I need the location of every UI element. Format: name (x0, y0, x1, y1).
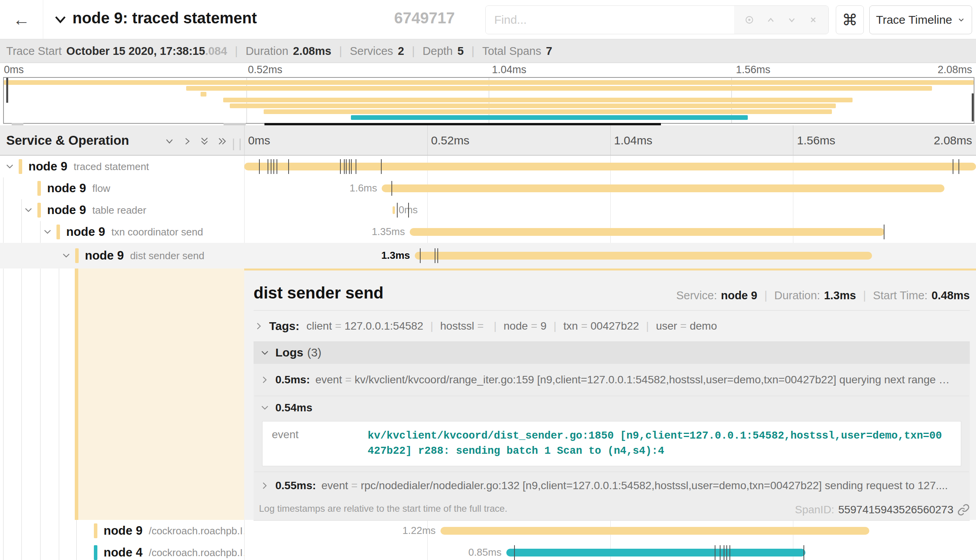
log-tick-mark (408, 203, 409, 218)
operation-name: /cockroach.roachpb.I… (149, 547, 244, 559)
column-resize-handle[interactable] (233, 139, 241, 150)
table-row[interactable]: node 9traced statement (0, 156, 976, 177)
table-row[interactable]: node 9txn coordinator send1.35ms (0, 221, 976, 243)
view-selector-button[interactable]: Trace Timeline (869, 5, 972, 34)
log-row-expanded-header[interactable]: 0.54ms (254, 396, 970, 420)
tag-equals: = (581, 320, 587, 332)
expand-one-icon[interactable] (181, 135, 193, 149)
row-left-cell[interactable]: node 9table reader (0, 199, 244, 221)
span-bar[interactable] (410, 228, 884, 236)
row-expander-icon[interactable] (42, 227, 53, 239)
span-duration-label: 1.6ms (349, 182, 377, 194)
span-bar[interactable] (440, 527, 869, 535)
log-tick-mark (437, 248, 438, 263)
row-left-cell[interactable]: node 9traced statement (0, 156, 244, 177)
row-label[interactable]: node 9traced statement (19, 156, 149, 177)
summary-value: 7 (546, 45, 552, 58)
tags-row[interactable]: Tags: client=127.0.0.1:54582|hostssl=|no… (254, 314, 970, 338)
find-input[interactable] (486, 6, 734, 34)
span-duration-label: 0.85ms (468, 546, 501, 558)
keyboard-shortcuts-button[interactable]: ⌘ (836, 5, 864, 34)
collapse-one-icon[interactable] (164, 135, 175, 149)
row-timeline-cell[interactable]: 1.3ms (244, 243, 976, 269)
tag-value: demo (690, 320, 717, 332)
span-bar[interactable] (244, 163, 976, 170)
log-row[interactable]: 0.55ms:event=rpc/nodedialer/nodedialer.g… (254, 472, 970, 499)
link-icon[interactable] (957, 504, 970, 516)
chevron-up-icon[interactable] (765, 14, 777, 26)
span-color-swatch (37, 181, 41, 196)
row-label[interactable]: node 9dist sender send (75, 243, 204, 269)
meta-value: 0.48ms (932, 289, 970, 302)
row-timeline-cell[interactable]: 1.22ms (244, 520, 976, 542)
tag-equals: = (680, 320, 687, 332)
row-label[interactable]: node 9txn coordinator send (56, 221, 203, 243)
back-button[interactable]: ← (0, 0, 43, 39)
log-tick-mark (803, 545, 804, 560)
detail-span-color-bar (75, 269, 78, 520)
logs-header[interactable]: Logs (3) (254, 341, 970, 364)
log-tick-mark (344, 159, 345, 174)
logs-body: 0.5ms:event=kv/kvclient/kvcoord/range_it… (254, 364, 970, 499)
summary-label: Trace Start (6, 45, 62, 58)
table-row[interactable]: node 9/cockroach.roachpb.I…1.22ms (0, 520, 976, 542)
span-bar[interactable] (393, 206, 395, 214)
spanid-value: 5597415943526560273 (838, 504, 953, 516)
log-field-key: event (262, 428, 368, 459)
row-left-cell[interactable]: node 9dist sender send (0, 243, 244, 269)
row-left-cell[interactable]: node 4/cockroach.roachpb.I… (0, 542, 244, 560)
row-label[interactable]: node 4/cockroach.roachpb.I… (94, 542, 244, 560)
operation-name: table reader (92, 204, 146, 216)
chevron-down-icon[interactable] (786, 14, 798, 26)
row-timeline-cell[interactable]: 0.85ms (244, 542, 976, 560)
row-label[interactable]: node 9/cockroach.roachpb.I… (94, 520, 244, 542)
row-label[interactable]: node 9table reader (37, 199, 146, 221)
row-expander-icon[interactable] (5, 162, 15, 173)
minimap-canvas[interactable] (3, 77, 974, 124)
table-row[interactable]: node 9dist sender send1.3ms (0, 243, 976, 269)
summary-value: 5 (457, 45, 463, 58)
span-bar[interactable] (382, 184, 944, 192)
table-row[interactable]: node 4/cockroach.roachpb.I…0.85ms (0, 542, 976, 560)
log-tick-mark (277, 159, 277, 174)
timeline-header-gridline (793, 125, 793, 155)
minimap-scrubber-left-handle[interactable] (6, 78, 8, 103)
close-icon[interactable] (807, 14, 819, 26)
minimap-span-bar (201, 92, 206, 97)
collapse-all-icon[interactable] (199, 135, 210, 149)
log-message: rpc/nodedialer/nodedialer.go:132 [n9,cli… (361, 479, 948, 492)
log-tick-mark (349, 159, 350, 174)
row-timeline-cell[interactable]: 1.6ms (244, 177, 976, 199)
row-left-cell[interactable]: node 9/cockroach.roachpb.I… (0, 520, 244, 542)
collapse-title-chevron-icon[interactable] (51, 12, 69, 29)
span-color-swatch (75, 248, 79, 263)
expand-all-icon[interactable] (217, 135, 228, 149)
log-tick-mark (273, 159, 274, 174)
trace-minimap[interactable]: 0ms0.52ms1.04ms1.56ms2.08ms (0, 63, 976, 125)
service-name: node 9 (28, 160, 67, 174)
log-tick-mark (340, 159, 341, 174)
log-timestamp: 0.54ms (275, 402, 312, 414)
row-expander-icon[interactable] (23, 205, 33, 217)
span-bar[interactable] (415, 252, 872, 260)
summary-separator: | (339, 45, 342, 58)
row-timeline-cell[interactable]: 1.35ms (244, 221, 976, 243)
minimap-scrubber-right-handle[interactable] (972, 93, 974, 121)
table-row[interactable]: node 9flow1.6ms (0, 177, 976, 199)
scope-icon[interactable] (743, 14, 755, 26)
span-bar[interactable] (506, 549, 806, 556)
log-row[interactable]: 0.5ms:event=kv/kvclient/kvcoord/range_it… (254, 364, 970, 396)
table-row[interactable]: node 9table reader0ms (0, 199, 976, 221)
row-timeline-cell[interactable] (244, 156, 976, 177)
row-timeline-cell[interactable]: 0ms (244, 199, 976, 221)
log-tick-mark (435, 248, 435, 263)
row-expander-icon[interactable] (61, 251, 71, 262)
trace-id: 6749717 (394, 9, 455, 27)
row-left-cell[interactable]: node 9flow (0, 177, 244, 199)
row-left-cell[interactable]: node 9txn coordinator send (0, 221, 244, 243)
service-name: node 9 (85, 249, 124, 263)
trace-timeline-page: ← node 9: traced statement 6749717 (0, 0, 976, 560)
row-label[interactable]: node 9flow (37, 177, 110, 199)
operation-name: flow (92, 183, 110, 195)
minimap-tick-label: 1.56ms (736, 64, 771, 76)
